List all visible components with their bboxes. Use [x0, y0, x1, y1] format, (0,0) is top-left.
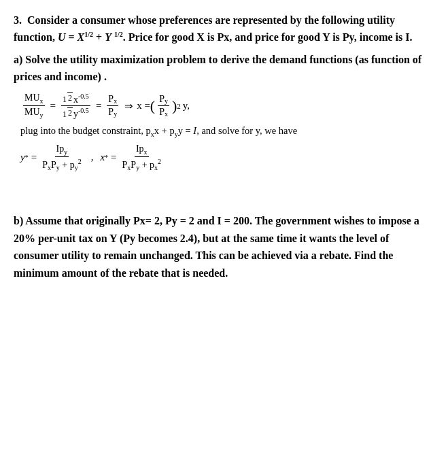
problem-statement: 3. Consider a consumer whose preferences… [14, 12, 434, 46]
problem-number: 3. [14, 14, 27, 26]
plug-text: plug into the budget constraint, pxx + p… [20, 124, 434, 139]
y-star-sup: * [25, 154, 29, 161]
part-b-label: b) [14, 215, 25, 226]
part-a-text: a) Solve the utility maximization proble… [14, 52, 434, 86]
equals-1: = [50, 100, 56, 112]
y-star-label: y [20, 152, 25, 163]
y-star-num: Ipy [55, 143, 69, 157]
y-var: y, [183, 100, 190, 112]
right-paren: ) [172, 99, 177, 114]
mu-x-numerator: MUx [23, 92, 45, 106]
y-star-denom: PxPy + py2 [41, 157, 83, 171]
exp-y: 1/2 [114, 31, 123, 38]
functions-text: functions [309, 54, 352, 65]
py-num: Py [158, 94, 169, 106]
mu-y-denominator: MUy [23, 106, 45, 119]
px-denom: Px [158, 106, 169, 118]
deriv-x-numerator: 1 2 x-0.5 [61, 92, 90, 107]
solution-block: y* = Ipy PxPy + py2 , x* = Ipx PxPy + px… [20, 143, 434, 171]
y-eq: = [31, 152, 37, 163]
py-px-fraction: Py Px [158, 94, 169, 118]
y-star-fraction: Ipy PxPy + py2 [41, 143, 83, 171]
x-eq: = [111, 152, 116, 163]
part-a-body: Solve the utility maximization problem t… [14, 54, 421, 82]
x-star-fraction: Ipx PxPy + px2 [121, 143, 163, 171]
x-star-sup: * [105, 154, 108, 161]
part-a-label: a) [14, 54, 25, 65]
x-star-label: x [100, 152, 105, 163]
problem-container: 3. Consider a consumer whose preferences… [14, 12, 434, 282]
and-text: and [44, 71, 62, 82]
exp-x: 1/2 [84, 31, 93, 38]
equals-2: = [96, 100, 101, 112]
x-equals: x = [137, 100, 150, 112]
derivative-ratio-fraction: 1 2 x-0.5 1 2 y-0.5 [61, 92, 90, 120]
px-numerator: Px [107, 94, 118, 106]
left-paren: ( [150, 99, 155, 114]
comma-sep: , [91, 152, 94, 163]
mu-ratio-fraction: MUx MUy [23, 92, 45, 119]
mu-ratio-equation: MUx MUy = 1 2 x-0.5 1 2 y-0.5 = Px Py [20, 92, 434, 120]
square-exp: 2 [177, 102, 181, 110]
problem-intro: Consider a consumer whose preferences ar… [14, 14, 412, 43]
x-star-num: Ipx [135, 143, 149, 157]
px-py-fraction: Px Py [107, 94, 118, 118]
deriv-y-denominator: 1 2 y-0.5 [61, 106, 90, 120]
demand-text: the demand [252, 54, 307, 65]
implies-arrow: ⇒ [124, 100, 133, 112]
part-b-text: b) Assume that originally Px= 2, Py = 2 … [14, 212, 434, 282]
py-denominator: Py [107, 106, 118, 118]
x-star-denom: PxPy + px2 [121, 157, 163, 171]
part-b-body: Assume that originally Px= 2, Py = 2 and… [14, 215, 419, 279]
